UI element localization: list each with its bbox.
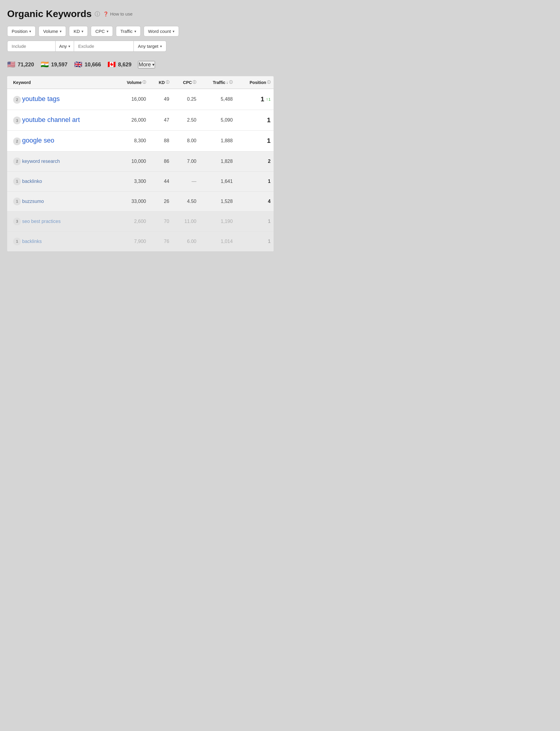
th-kd[interactable]: KD ⓘ [149, 76, 172, 89]
kd-cell: 44 [149, 171, 172, 191]
ca-flag-icon: 🇨🇦 [108, 61, 116, 68]
cpc-cell: 0.25 [172, 89, 200, 110]
country-in[interactable]: 🇮🇳 19,597 [41, 61, 67, 68]
keyword-link[interactable]: google seo [22, 137, 54, 144]
how-to-use-link[interactable]: ❓ How to use [103, 11, 133, 17]
position-cell: 4 [236, 191, 274, 211]
position-cell: 1 [236, 231, 274, 251]
word-count-badge: 3 [13, 117, 21, 124]
position-cell: 1↑1 [236, 89, 274, 110]
traffic-cell: 1,190 [199, 211, 236, 231]
word-count-filter[interactable]: Word count ▾ [144, 26, 179, 36]
position-number: 2 [268, 159, 271, 164]
traffic-info-icon[interactable]: ⓘ [229, 80, 233, 85]
cpc-cell: 11.00 [172, 211, 200, 231]
cpc-cell: 2.50 [172, 110, 200, 131]
th-traffic[interactable]: Traffic ↓ ⓘ [199, 76, 236, 89]
country-ca[interactable]: 🇨🇦 8,629 [108, 61, 131, 68]
any-target-chevron-icon: ▾ [160, 44, 162, 48]
any-chevron-icon: ▾ [68, 44, 70, 48]
keyword-link[interactable]: seo best practices [22, 218, 61, 223]
traffic-cell: 1,528 [199, 191, 236, 211]
volume-cell: 3,300 [113, 171, 149, 191]
position-chevron-icon: ▾ [29, 29, 31, 33]
table-row: 1backlinks7,900766.001,0141 [7, 231, 274, 251]
position-number: 1 [268, 219, 271, 224]
word-count-badge: 2 [13, 137, 21, 145]
cpc-cell: 7.00 [172, 151, 200, 171]
table-row: 2google seo8,300888.001,8881 [7, 131, 274, 151]
keyword-cell: 1backlinko [7, 171, 113, 191]
position-number: 1 [267, 116, 271, 124]
cpc-dash: — [191, 179, 196, 184]
keywords-table: Keyword Volume ⓘ KD ⓘ [7, 76, 274, 251]
country-gb[interactable]: 🇬🇧 10,666 [74, 61, 101, 68]
keyword-cell: 3youtube channel art [7, 110, 113, 131]
keyword-link[interactable]: backlinks [22, 238, 42, 243]
traffic-filter[interactable]: Traffic ▾ [116, 26, 141, 36]
include-exclude-row: Any ▾ Any target ▾ [7, 41, 274, 52]
gb-flag-icon: 🇬🇧 [74, 61, 82, 68]
cpc-cell: — [172, 171, 200, 191]
keyword-link[interactable]: backlinko [22, 178, 42, 183]
th-volume[interactable]: Volume ⓘ [113, 76, 149, 89]
exclude-input[interactable] [74, 41, 134, 52]
word-count-badge: 1 [13, 237, 21, 245]
position-cell: 1 [236, 211, 274, 231]
volume-info-icon[interactable]: ⓘ [142, 80, 146, 85]
cpc-cell: 4.50 [172, 191, 200, 211]
cpc-cell: 8.00 [172, 131, 200, 151]
position-change: ↑1 [266, 97, 271, 102]
more-countries-button[interactable]: More ▾ [138, 61, 155, 68]
include-group: Any ▾ [7, 41, 74, 52]
position-number: 1 [261, 95, 264, 103]
cpc-filter[interactable]: CPC ▾ [91, 26, 113, 36]
table-row: 1buzzsumo33,000264.501,5284 [7, 191, 274, 211]
keyword-link[interactable]: youtube tags [22, 95, 60, 102]
position-number: 4 [268, 199, 271, 204]
word-count-badge: 2 [13, 96, 21, 104]
keyword-cell: 1buzzsumo [7, 191, 113, 211]
table-row: 3seo best practices2,6007011.001,1901 [7, 211, 274, 231]
traffic-cell: 1,888 [199, 131, 236, 151]
country-us[interactable]: 🇺🇸 71,220 [7, 61, 34, 68]
traffic-sort-icon[interactable]: ↓ [226, 80, 228, 85]
keyword-link[interactable]: keyword research [22, 158, 60, 163]
page-header: Organic Keywords ⓘ ❓ How to use [7, 8, 274, 19]
volume-cell: 33,000 [113, 191, 149, 211]
in-flag-icon: 🇮🇳 [41, 61, 49, 68]
filters-row: Position ▾ Volume ▾ KD ▾ CPC ▾ Traffic ▾… [7, 26, 274, 36]
kd-cell: 86 [149, 151, 172, 171]
position-cell: 2 [236, 151, 274, 171]
word-count-badge: 1 [13, 197, 21, 205]
traffic-cell: 5,090 [199, 110, 236, 131]
keyword-cell: 2youtube tags [7, 89, 113, 110]
th-cpc[interactable]: CPC ⓘ [172, 76, 200, 89]
include-input[interactable] [7, 41, 55, 51]
position-filter[interactable]: Position ▾ [7, 26, 36, 36]
kd-cell: 76 [149, 231, 172, 251]
position-number: 1 [267, 137, 271, 145]
position-info-icon[interactable]: ⓘ [267, 80, 271, 85]
cpc-info-icon[interactable]: ⓘ [193, 80, 196, 85]
keyword-cell: 1backlinks [7, 231, 113, 251]
country-row: 🇺🇸 71,220 🇮🇳 19,597 🇬🇧 10,666 🇨🇦 8,629 M… [7, 58, 274, 71]
cpc-cell: 6.00 [172, 231, 200, 251]
position-number: 1 [268, 179, 271, 184]
keyword-link[interactable]: buzzsumo [22, 198, 44, 203]
kd-filter[interactable]: KD ▾ [69, 26, 88, 36]
table-row: 2youtube tags16,000490.255,4881↑1 [7, 89, 274, 110]
title-info-icon[interactable]: ⓘ [95, 10, 100, 18]
volume-filter[interactable]: Volume ▾ [39, 26, 66, 36]
word-count-badge: 2 [13, 157, 21, 165]
kd-info-icon[interactable]: ⓘ [166, 80, 169, 85]
traffic-chevron-icon: ▾ [134, 29, 136, 33]
page-title: Organic Keywords [7, 8, 92, 19]
any-button[interactable]: Any ▾ [55, 41, 74, 51]
keyword-link[interactable]: youtube channel art [22, 116, 80, 123]
any-target-button[interactable]: Any target ▾ [134, 41, 166, 52]
table-header-row: Keyword Volume ⓘ KD ⓘ [7, 76, 274, 89]
kd-cell: 70 [149, 211, 172, 231]
th-keyword: Keyword [7, 76, 113, 89]
th-position[interactable]: Position ⓘ [236, 76, 274, 89]
